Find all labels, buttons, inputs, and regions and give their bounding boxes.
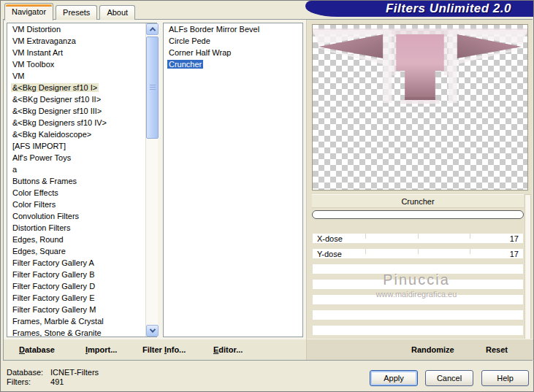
filters-unlimited-dialog: Filters Unlimited 2.0 Navigator Presets …: [0, 0, 534, 392]
slider-label: X-dose: [317, 234, 343, 243]
filters-label: Filters:: [7, 377, 48, 386]
tab-about[interactable]: About: [99, 5, 135, 20]
randomize-strip: Randomize Reset: [307, 339, 533, 360]
chevron-up-icon: [149, 27, 155, 33]
category-list[interactable]: VM DistortionVM ExtravaganzaVM Instant A…: [7, 23, 157, 337]
category-item[interactable]: &<BKg Designer sf10 II>: [7, 93, 144, 105]
chevron-down-icon: [149, 326, 155, 332]
category-item[interactable]: Edges, Round: [7, 234, 144, 245]
category-item[interactable]: Frames, Stone & Granite: [7, 327, 144, 337]
category-item[interactable]: &<Bkg Designer sf10 I>: [7, 82, 144, 93]
category-item[interactable]: Frames, Marble & Crystal: [7, 315, 144, 327]
database-label: Database:: [7, 368, 48, 377]
editor-button[interactable]: Editor...: [213, 345, 243, 354]
scroll-up-button[interactable]: [146, 23, 159, 35]
navigator-page: VM DistortionVM ExtravaganzaVM Instant A…: [3, 19, 533, 361]
app-title: Filters Unlimited 2.0: [386, 1, 511, 16]
scrollbar-thumb[interactable]: [146, 36, 159, 139]
filter-item[interactable]: Circle Pede: [164, 35, 302, 47]
category-item[interactable]: VM: [7, 70, 144, 82]
parameter-sliders: X-dose17Y-dose17: [312, 233, 524, 356]
parameter-scrollbar[interactable]: [525, 194, 531, 355]
preview-image: [312, 24, 528, 191]
category-item[interactable]: VM Extravaganza: [7, 35, 144, 47]
category-item[interactable]: Buttons & Frames: [7, 175, 144, 187]
slider-row-empty[interactable]: [312, 310, 524, 320]
selected-filter-name: Cruncher: [312, 194, 524, 208]
help-button[interactable]: Help: [481, 370, 529, 386]
apply-button[interactable]: Apply: [370, 370, 418, 386]
slider-value: 17: [510, 234, 519, 243]
category-item[interactable]: Filter Factory Gallery M: [7, 304, 144, 315]
slider-row-empty[interactable]: [312, 325, 524, 336]
filter-item[interactable]: Corner Half Wrap: [164, 47, 302, 58]
status-filters: Filters: 491: [7, 377, 64, 386]
category-item[interactable]: Edges, Square: [7, 245, 144, 257]
category-item[interactable]: &<Bkg Designer sf10 III>: [7, 105, 144, 117]
cancel-button[interactable]: Cancel: [425, 370, 473, 386]
filter-list[interactable]: ALFs Border Mirror BevelCircle PedeCorne…: [163, 23, 303, 337]
category-item[interactable]: Filter Factory Gallery B: [7, 269, 144, 280]
crunched-shape: [313, 25, 527, 190]
reset-button[interactable]: Reset: [486, 345, 508, 354]
category-item[interactable]: Filter Factory Gallery E: [7, 292, 144, 304]
filter-item[interactable]: ALFs Border Mirror Bevel: [164, 23, 302, 35]
scroll-down-button[interactable]: [146, 325, 159, 337]
category-item[interactable]: VM Instant Art: [7, 47, 144, 58]
slider-row-empty[interactable]: [312, 279, 524, 290]
preview-panel: Cruncher X-dose17Y-dose17 Pinuccia www.m…: [306, 20, 533, 360]
category-item[interactable]: &<Bkg Designers sf10 IV>: [7, 117, 144, 128]
tab-bar: Navigator Presets About: [4, 2, 137, 20]
scroll-grip-icon: [150, 85, 156, 91]
slider-value: 17: [510, 249, 519, 258]
slider-label: Y-dose: [317, 249, 342, 258]
category-item[interactable]: Filter Factory Gallery D: [7, 280, 144, 292]
slider-row-y-dose[interactable]: Y-dose17: [312, 248, 524, 259]
title-banner: Filters Unlimited 2.0: [305, 1, 533, 17]
progress-bar: [312, 210, 524, 219]
randomize-button[interactable]: Randomize: [411, 345, 454, 354]
category-item[interactable]: Alf's Power Toys: [7, 152, 144, 164]
tab-navigator[interactable]: Navigator: [4, 3, 53, 20]
category-item[interactable]: a: [7, 164, 144, 175]
filters-value: 491: [50, 377, 64, 386]
database-button[interactable]: Database: [19, 345, 55, 354]
slider-row-empty[interactable]: [312, 294, 524, 305]
category-item[interactable]: Convolution Filters: [7, 210, 144, 222]
filter-info-button[interactable]: Filter Info...: [142, 345, 186, 354]
category-item[interactable]: VM Distortion: [7, 23, 144, 35]
category-item[interactable]: VM Toolbox: [7, 58, 144, 70]
status-database: Database: ICNET-Filters: [7, 368, 99, 377]
category-item[interactable]: Color Effects: [7, 187, 144, 199]
import-button[interactable]: Import...: [85, 345, 117, 354]
category-item[interactable]: Distortion Filters: [7, 222, 144, 234]
category-item[interactable]: Filter Factory Gallery A: [7, 257, 144, 269]
bottom-toolbar: Database Import... Filter Info... Editor…: [4, 339, 306, 360]
category-item[interactable]: Color Filters: [7, 199, 144, 210]
database-value: ICNET-Filters: [50, 368, 99, 377]
category-item[interactable]: [AFS IMPORT]: [7, 140, 144, 152]
tab-presets[interactable]: Presets: [56, 5, 97, 20]
slider-row-x-dose[interactable]: X-dose17: [312, 233, 524, 244]
category-scrollbar[interactable]: [145, 23, 158, 337]
category-item[interactable]: &<Bkg Kaleidoscope>: [7, 128, 144, 140]
slider-row-empty[interactable]: [312, 264, 524, 274]
filter-item[interactable]: Cruncher: [164, 58, 302, 70]
